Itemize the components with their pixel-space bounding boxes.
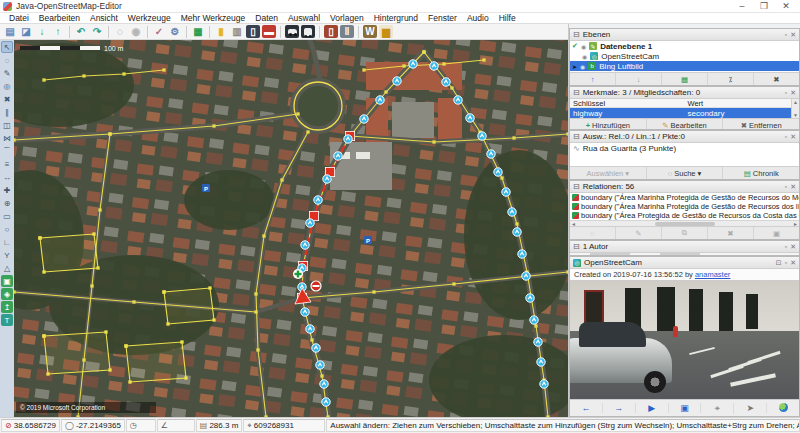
stick-panel-icon[interactable]: ▫ — [785, 133, 787, 141]
tool-split-way[interactable]: ⋈ — [1, 132, 13, 144]
map-canvas[interactable]: .yline{stroke:#efe14b;stroke-width:1.1;f… — [14, 40, 568, 417]
tags-scrollbar[interactable]: ▲▼ — [791, 99, 799, 118]
layer-visible-icon[interactable]: ◉ — [581, 43, 586, 50]
zoom-icon[interactable]: ◌ — [113, 25, 127, 38]
bus-icon[interactable] — [301, 25, 315, 38]
close-panel-icon[interactable]: ✕ — [790, 89, 796, 97]
layer-visible-icon[interactable]: ◉ — [582, 53, 587, 60]
collapse-icon[interactable]: ⊟ — [573, 182, 580, 191]
selection-list-item[interactable]: ∿ Rua da Guarita (3 Punkte) — [570, 143, 799, 154]
layer-delete-button[interactable]: ✖ — [754, 73, 799, 85]
tool-extrude[interactable]: ◫ — [1, 119, 13, 131]
follow-mode-button[interactable]: ⌖ — [701, 403, 734, 414]
collapse-icon[interactable]: ⊟ — [573, 132, 580, 141]
layer-row-data[interactable]: ✔ ◉ ✎ Datenebene 1 — [570, 41, 799, 51]
tool-parallel[interactable]: ∥ — [1, 106, 13, 118]
collapse-icon[interactable]: ⊟ — [573, 242, 580, 251]
collapse-icon[interactable]: ⊟ — [573, 30, 580, 39]
play-sequence-button[interactable]: ▶ — [636, 403, 669, 413]
validate-icon[interactable]: ✓ — [152, 25, 166, 38]
menu-datei[interactable]: Datei — [4, 13, 34, 23]
traffic-signal-icon[interactable]: ▮ — [214, 25, 228, 38]
close-button[interactable]: ✕ — [775, 1, 797, 11]
tool-rectangle[interactable]: ▭ — [1, 210, 13, 222]
relation-list-item[interactable]: boundary ("Área Marinha Protegida de Ges… — [570, 202, 799, 211]
relation-search-button[interactable]: ◌ — [570, 227, 616, 239]
osc-toggle-2[interactable]: ◈ — [1, 288, 13, 300]
pedestrian-icon[interactable]: ‖ — [340, 25, 354, 38]
open-file-icon[interactable]: ◪ — [19, 25, 33, 38]
stick-panel-icon[interactable]: ▫ — [785, 31, 787, 39]
osc-toggle-1[interactable]: ▣ — [1, 275, 13, 287]
wikipedia-icon[interactable]: W — [363, 25, 377, 38]
new-file-icon[interactable]: ▤ — [3, 25, 17, 38]
tool-add-node[interactable]: ✚ — [1, 184, 13, 196]
tag-row[interactable]: highway secondary — [570, 108, 799, 118]
edit-tag-button[interactable]: ✎Bearbeiten — [647, 119, 724, 130]
menu-werkzeuge[interactable]: Werkzeuge — [123, 13, 176, 23]
next-photo-button[interactable]: → — [603, 403, 636, 413]
tool-draw[interactable]: ✎ — [1, 67, 13, 79]
close-panel-icon[interactable]: ✕ — [790, 243, 796, 251]
elevator-icon[interactable]: ▥ — [230, 25, 244, 38]
tool-select[interactable]: ↖ — [1, 41, 13, 53]
upload-osm-icon[interactable]: ↑ — [51, 25, 65, 38]
layer-show-hide-button[interactable]: ▦ — [662, 73, 708, 85]
tool-merge[interactable]: ≡ — [1, 158, 13, 170]
streetcam-photo[interactable] — [570, 280, 799, 399]
tool-reverse-way[interactable]: ↔ — [1, 171, 13, 183]
menu-auswahl[interactable]: Auswahl — [283, 13, 325, 23]
stop-sequence-button[interactable]: ▣ — [669, 403, 702, 413]
layer-down-button[interactable]: ↓ — [616, 73, 662, 85]
redo-icon[interactable]: ↷ — [90, 25, 104, 38]
menu-vorlagen[interactable]: Vorlagen — [325, 13, 369, 23]
download-osm-icon[interactable]: ↓ — [35, 25, 49, 38]
minimize-button[interactable]: – — [731, 1, 753, 11]
undo-icon[interactable]: ↶ — [74, 25, 88, 38]
tool-orthogonalize[interactable]: ∟ — [1, 236, 13, 248]
tool-zoom[interactable]: ◎ — [1, 80, 13, 92]
postbox-icon[interactable]: ▬ — [262, 25, 276, 38]
tool-unglue[interactable]: Y — [1, 249, 13, 261]
tool-lasso[interactable]: ◌ — [1, 54, 13, 66]
search-button[interactable]: ◌Suche▾ — [647, 167, 724, 179]
menu-fenster[interactable]: Fenster — [423, 13, 462, 23]
relation-list-item[interactable]: boundary ("Área Marinha Protegida de Ges… — [570, 193, 799, 202]
close-panel-icon[interactable]: ✕ — [790, 259, 796, 267]
remove-tag-button[interactable]: ✖Entfernen — [723, 119, 799, 130]
tool-align-circle[interactable]: ○ — [1, 223, 13, 235]
layer-opacity-button[interactable]: ⁒ — [708, 73, 754, 85]
history-icon[interactable]: ◉ — [129, 25, 143, 38]
relation-edit-button[interactable]: ✎ — [616, 227, 662, 239]
menu-daten[interactable]: Daten — [250, 13, 283, 23]
car-icon[interactable] — [285, 25, 299, 38]
detach-panel-icon[interactable]: ⊡ — [776, 259, 782, 267]
maximize-button[interactable]: ❐ — [753, 1, 775, 11]
stick-panel-icon[interactable]: ▫ — [785, 89, 787, 97]
previous-photo-button[interactable]: ← — [570, 403, 603, 413]
open-in-browser-button[interactable] — [767, 403, 799, 414]
tool-delete[interactable]: ✖ — [1, 93, 13, 105]
menu-hintergrund[interactable]: Hintergrund — [369, 13, 423, 23]
osc-toggle-4[interactable]: T — [1, 314, 13, 326]
chart-icon[interactable]: ▆ — [379, 25, 393, 38]
osc-toggle-3[interactable]: ↥ — [1, 301, 13, 313]
layer-row-bing[interactable]: ➤ ◉ b Bing Luftbild — [570, 61, 799, 71]
history-button[interactable]: ▤Chronik — [723, 167, 799, 179]
menu-audio[interactable]: Audio — [462, 13, 494, 23]
preferences-icon[interactable]: ⚙ — [168, 25, 182, 38]
close-panel-icon[interactable]: ✕ — [790, 133, 796, 141]
select-dropdown-button[interactable]: Auswählen▾ — [570, 167, 647, 179]
relation-delete-button[interactable]: ✖ — [708, 227, 754, 239]
close-panel-icon[interactable]: ✕ — [790, 31, 796, 39]
direction-arrow-button[interactable]: ➤ — [734, 403, 767, 413]
tool-improve-accuracy[interactable]: ⌒ — [1, 145, 13, 157]
layer-row-openstreetcam[interactable]: ◉ ◎ OpenStreetCam — [570, 51, 799, 61]
imagery-icon[interactable]: ▦ — [191, 25, 205, 38]
add-tag-button[interactable]: +Hinzufügen — [570, 119, 647, 130]
stick-panel-icon[interactable]: ▫ — [785, 243, 787, 251]
layer-visible-icon[interactable]: ◉ — [580, 63, 585, 70]
phone-icon[interactable]: ▯ — [246, 25, 260, 38]
relation-select-button[interactable]: ▣ — [754, 227, 799, 239]
tool-measure[interactable]: △ — [1, 262, 13, 274]
